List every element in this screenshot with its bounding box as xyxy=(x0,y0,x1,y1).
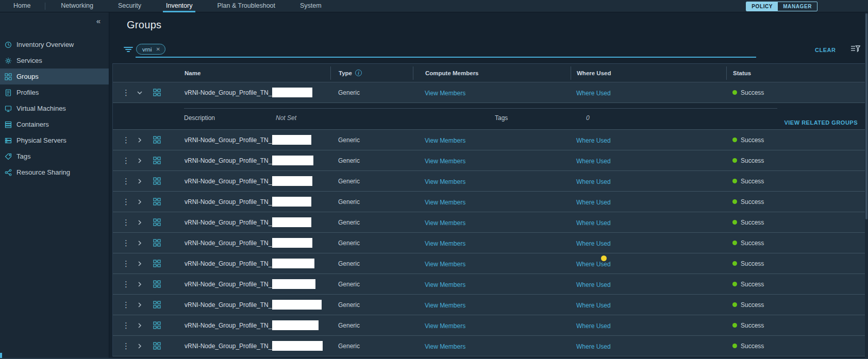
view-members-link[interactable]: View Members xyxy=(425,219,465,227)
row-menu-icon[interactable]: ⋮ xyxy=(122,136,127,144)
filter-input-underline[interactable] xyxy=(136,57,756,58)
filter-settings-icon[interactable] xyxy=(851,45,860,55)
chevron-right-icon[interactable] xyxy=(137,158,144,164)
view-members-link[interactable]: View Members xyxy=(425,343,465,350)
chip-remove-icon[interactable]: ✕ xyxy=(156,46,160,52)
sidebar-item-tags[interactable]: Tags xyxy=(0,148,109,164)
view-members-link[interactable]: View Members xyxy=(425,158,465,165)
chevron-right-icon[interactable] xyxy=(137,240,144,246)
status-text: Success xyxy=(741,240,764,247)
table-row[interactable]: ⋮ vRNI-Node_Group_Profile_TN_ Generic Vi… xyxy=(113,171,865,192)
where-used-link[interactable]: Where Used xyxy=(576,137,611,144)
table-row[interactable]: ⋮ vRNI-Node_Group_Profile_TN_ Generic Vi… xyxy=(113,315,865,336)
clear-filter-link[interactable]: CLEAR xyxy=(815,47,836,53)
table-row[interactable]: ⋮ vRNI-Node_Group_Profile_TN_ Generic Vi… xyxy=(113,130,865,150)
view-members-link[interactable]: View Members xyxy=(425,240,465,247)
where-used-link[interactable]: Where Used xyxy=(576,240,611,247)
where-used-link[interactable]: Where Used xyxy=(576,322,611,330)
view-members-link[interactable]: View Members xyxy=(425,322,465,330)
view-members-link[interactable]: View Members xyxy=(425,137,465,144)
group-name-cell: vRNI-Node_Group_Profile_TN_ xyxy=(185,341,330,351)
view-members-link[interactable]: View Members xyxy=(425,302,465,309)
where-used-link[interactable]: Where Used xyxy=(576,302,611,309)
sidebar-item-inventory-overview[interactable]: Inventory Overview xyxy=(0,37,109,53)
filter-chip[interactable]: vrni ✕ xyxy=(136,44,165,55)
vertical-scrollbar[interactable] xyxy=(865,12,868,359)
row-menu-icon[interactable]: ⋮ xyxy=(122,157,127,164)
row-menu-icon[interactable]: ⋮ xyxy=(122,322,127,329)
chevron-right-icon[interactable] xyxy=(137,281,144,287)
view-members-link[interactable]: View Members xyxy=(425,90,465,97)
row-menu-icon[interactable]: ⋮ xyxy=(122,343,127,350)
view-members-link[interactable]: View Members xyxy=(425,281,465,288)
where-used-link[interactable]: Where Used xyxy=(576,178,611,185)
redacted-text xyxy=(272,238,312,248)
column-header-status[interactable]: Status xyxy=(726,66,865,80)
where-used-link[interactable]: Where Used xyxy=(576,261,611,268)
chevron-right-icon[interactable] xyxy=(137,343,144,349)
sidebar-item-containers[interactable]: Containers xyxy=(0,116,109,132)
row-menu-icon[interactable]: ⋮ xyxy=(122,301,127,309)
chevron-right-icon[interactable] xyxy=(137,302,144,308)
sidebar-collapse-button[interactable]: « xyxy=(0,12,109,27)
where-used-link[interactable]: Where Used xyxy=(576,199,611,206)
table-row[interactable]: ⋮ vRNI-Node_Group_Profile_TN_ Generic Vi… xyxy=(113,274,865,295)
info-icon[interactable]: i xyxy=(355,70,362,76)
nav-tab-networking[interactable]: Networking xyxy=(54,0,101,12)
sidebar-item-profiles[interactable]: Profiles xyxy=(0,84,109,100)
column-header-compute-members[interactable]: Compute Members xyxy=(413,66,571,80)
row-menu-icon[interactable]: ⋮ xyxy=(122,260,127,267)
view-related-groups-link[interactable]: VIEW RELATED GROUPS xyxy=(784,119,858,126)
table-row[interactable]: ⋮ vRNI-Node_Group_Profile_TN_ Generic Vi… xyxy=(113,212,865,233)
chevron-right-icon[interactable] xyxy=(137,199,144,205)
table-row[interactable]: ⋮ vRNI-Node_Group_Profile_TN_ Generic Vi… xyxy=(113,295,865,315)
chevron-right-icon[interactable] xyxy=(137,178,144,184)
where-used-link[interactable]: Where Used xyxy=(576,219,611,227)
nav-tab-plan-troubleshoot[interactable]: Plan & Troubleshoot xyxy=(210,0,282,12)
table-row[interactable]: ⋮ vRNI-Node_Group_Profile_TN_ Generic Vi… xyxy=(113,233,865,253)
nav-tab-security[interactable]: Security xyxy=(111,0,148,12)
group-name-cell: vRNI-Node_Group_Profile_TN_ xyxy=(185,300,330,310)
redacted-text xyxy=(272,197,311,207)
chevron-right-icon[interactable] xyxy=(137,322,144,329)
sidebar-item-resource-sharing[interactable]: Resource Sharing xyxy=(0,164,109,180)
scrollbar-thumb[interactable] xyxy=(865,13,867,219)
nav-tab-system[interactable]: System xyxy=(293,0,329,12)
table-row[interactable]: ⋮ vRNI-Node_Group_Profile_TN_ Generic Vi… xyxy=(113,253,865,274)
where-used-link[interactable]: Where Used xyxy=(576,90,611,97)
filter-icon[interactable] xyxy=(124,47,133,53)
chevron-right-icon[interactable] xyxy=(137,219,144,226)
policy-button[interactable]: POLICY xyxy=(746,2,778,11)
nav-tab-inventory[interactable]: Inventory xyxy=(159,0,199,12)
table-row[interactable]: ⋮ vRNI-Node_Group_Profile_TN_ Generic Vi… xyxy=(113,150,865,171)
where-used-link[interactable]: Where Used xyxy=(576,281,611,288)
row-menu-icon[interactable]: ⋮ xyxy=(122,89,127,96)
group-name-cell: vRNI-Node_Group_Profile_TN_ xyxy=(185,259,330,268)
where-used-link[interactable]: Where Used xyxy=(576,158,611,165)
group-name-cell: vRNI-Node_Group_Profile_TN_ xyxy=(185,88,330,97)
sidebar-item-groups[interactable]: Groups xyxy=(0,69,109,84)
chevron-down-icon[interactable] xyxy=(137,90,144,96)
column-header-type[interactable]: Typei xyxy=(330,66,413,80)
table-row[interactable]: ⋮ vRNI-Node_Group_Profile_TN_ Generic Vi… xyxy=(113,336,865,356)
table-row[interactable]: ⋮ vRNI-Node_Group_Profile_TN_ Generic Vi… xyxy=(113,82,865,103)
row-menu-icon[interactable]: ⋮ xyxy=(122,198,127,206)
table-row[interactable]: ⋮ vRNI-Node_Group_Profile_TN_ Generic Vi… xyxy=(113,192,865,212)
nav-tab-home[interactable]: Home xyxy=(6,0,38,12)
sidebar-item-services[interactable]: Services xyxy=(0,53,109,69)
view-members-link[interactable]: View Members xyxy=(425,261,465,268)
chevron-right-icon[interactable] xyxy=(137,261,144,267)
sidebar-item-virtual-machines[interactable]: Virtual Machines xyxy=(0,100,109,116)
row-menu-icon[interactable]: ⋮ xyxy=(122,240,127,247)
row-menu-icon[interactable]: ⋮ xyxy=(122,281,127,288)
column-header-where-used[interactable]: Where Used xyxy=(571,66,726,80)
chevron-right-icon[interactable] xyxy=(137,137,144,143)
sidebar-item-physical-servers[interactable]: Physical Servers xyxy=(0,132,109,148)
view-members-link[interactable]: View Members xyxy=(425,178,465,185)
column-header-name[interactable]: Name xyxy=(185,66,330,80)
where-used-link[interactable]: Where Used xyxy=(576,343,611,350)
row-menu-icon[interactable]: ⋮ xyxy=(122,178,127,185)
view-members-link[interactable]: View Members xyxy=(425,199,465,206)
manager-button[interactable]: MANAGER xyxy=(778,2,817,11)
row-menu-icon[interactable]: ⋮ xyxy=(122,219,127,226)
